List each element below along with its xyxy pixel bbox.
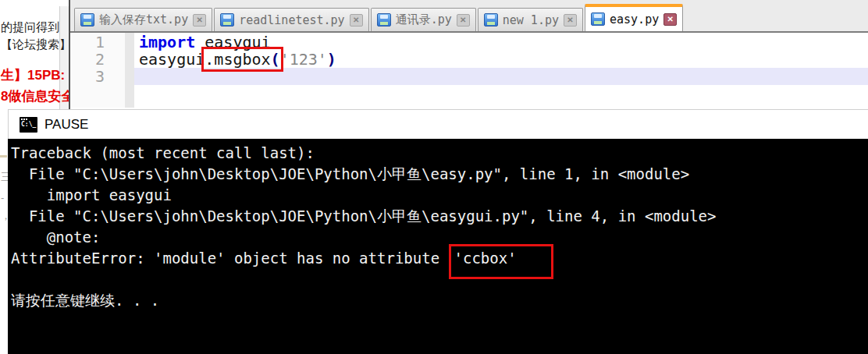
save-icon xyxy=(377,13,391,27)
save-icon xyxy=(220,13,234,27)
editor-window: 输入保存txt.py✕readlinetest.py✕通讯录.py✕new 1.… xyxy=(69,0,868,109)
code-token: easygui xyxy=(139,50,205,69)
code-token: '123' xyxy=(280,50,327,69)
save-icon xyxy=(80,13,94,27)
tab-readlinetest-py[interactable]: readlinetest.py✕ xyxy=(214,8,368,31)
error-annotation-box: 'ccbox' xyxy=(449,244,553,279)
code-token: ( xyxy=(271,50,280,69)
close-icon[interactable]: ✕ xyxy=(193,14,206,27)
console-line xyxy=(11,269,868,290)
line-number-gutter: 123 xyxy=(70,33,125,108)
console-line: File "C:\Users\john\Desktop\JOE\Python\小… xyxy=(11,206,868,227)
code-line[interactable]: import easygui xyxy=(134,34,868,51)
console-line: @note: xyxy=(11,227,868,248)
code-line[interactable] xyxy=(134,68,868,85)
console-title: PAUSE xyxy=(44,117,88,133)
code-area[interactable]: import easyguieasygui.msgbox('123') xyxy=(134,33,868,108)
console-line: AttributeError: 'module' object has no a… xyxy=(11,248,868,269)
cmd-prompt-icon xyxy=(20,117,37,133)
background-text: 的提问得到 xyxy=(1,20,59,35)
close-icon[interactable]: ✕ xyxy=(663,13,677,26)
code-token: easygui xyxy=(195,33,270,51)
close-icon[interactable]: ✕ xyxy=(457,14,470,27)
console-line: import easygui xyxy=(11,185,868,206)
background-text-fragment: - xyxy=(1,192,4,204)
tab-label: easy.py xyxy=(610,12,659,27)
screen: 的提问得到【论坛搜索】生】15PB:8做信息安全三-， 输入保存txt.py✕r… xyxy=(0,0,868,354)
code-line[interactable]: easygui.msgbox('123') xyxy=(134,51,868,68)
line-number: 3 xyxy=(70,68,105,85)
save-icon xyxy=(484,13,498,27)
tab-new-1-py[interactable]: new 1.py✕ xyxy=(478,8,583,31)
background-text: 生】15PB: xyxy=(1,66,65,84)
line-number: 2 xyxy=(70,51,105,68)
background-text: 8做信息安全 xyxy=(1,87,74,105)
console-line: File "C:\Users\john\Desktop\JOE\Python\小… xyxy=(11,164,868,185)
editor-body: 123 import easyguieasygui.msgbox('123') xyxy=(70,33,868,108)
bookmark-margin xyxy=(125,33,134,108)
close-icon[interactable]: ✕ xyxy=(350,14,363,27)
tab-label: 输入保存txt.py xyxy=(99,12,188,27)
console-output: Traceback (most recent call last): File … xyxy=(8,139,868,354)
code-token: ) xyxy=(327,50,336,69)
tab-label: new 1.py xyxy=(503,13,559,27)
console-titlebar[interactable]: PAUSE xyxy=(8,109,868,139)
tab-bar: 输入保存txt.py✕readlinetest.py✕通讯录.py✕new 1.… xyxy=(70,0,868,33)
console-line: Traceback (most recent call last): xyxy=(11,143,868,164)
background-text: 【论坛搜索】 xyxy=(1,37,71,52)
code-token: .msgbox xyxy=(205,50,270,69)
close-icon[interactable]: ✕ xyxy=(564,14,577,27)
code-token: import xyxy=(139,33,195,51)
console-line: 请按任意键继续. . . xyxy=(11,290,868,311)
tab-label: 通讯录.py xyxy=(396,12,452,27)
error-annotation-box: .msgbox( xyxy=(205,50,279,69)
tab-easy-py[interactable]: easy.py✕ xyxy=(585,4,683,31)
background-divider xyxy=(0,155,7,158)
tab-py[interactable]: 通讯录.py✕ xyxy=(371,8,476,31)
tab-label: readlinetest.py xyxy=(239,13,344,27)
tab-txt-py[interactable]: 输入保存txt.py✕ xyxy=(74,8,212,31)
save-icon xyxy=(591,12,605,26)
console-window: PAUSE Traceback (most recent call last):… xyxy=(8,109,868,354)
line-number: 1 xyxy=(70,34,105,51)
